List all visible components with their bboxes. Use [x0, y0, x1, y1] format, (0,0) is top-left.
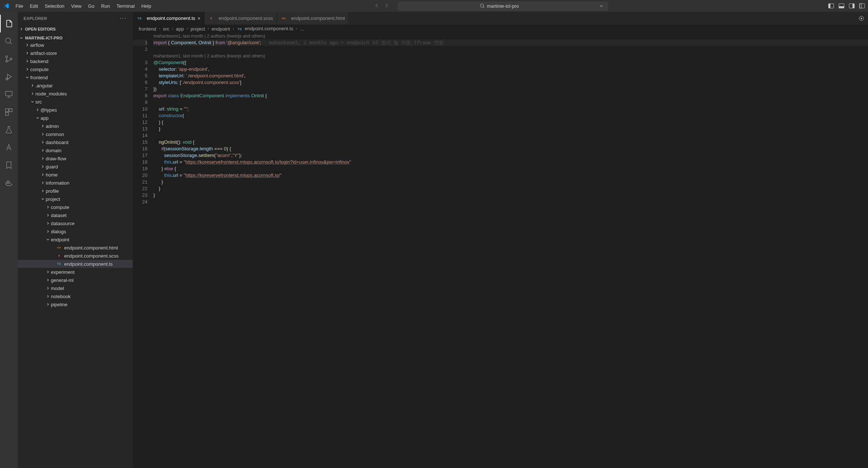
menu-edit[interactable]: Edit: [27, 2, 41, 10]
tree-item[interactable]: TSendpoint.component.ts: [18, 260, 133, 268]
tree-item[interactable]: home: [18, 171, 133, 179]
activity-source-control[interactable]: [0, 50, 18, 68]
code-line[interactable]: export class EndpointComponent implement…: [153, 92, 868, 99]
code-line[interactable]: [153, 199, 868, 205]
code-line[interactable]: ngOnInit(): void {: [153, 139, 868, 146]
tree-item[interactable]: profile: [18, 187, 133, 195]
nav-forward-icon[interactable]: [384, 3, 389, 9]
panel-left-icon[interactable]: [828, 3, 834, 9]
tree-item[interactable]: general-ml: [18, 276, 133, 284]
menu-file[interactable]: File: [13, 2, 26, 10]
tree-item[interactable]: node_modules: [18, 90, 133, 98]
tab-close-icon[interactable]: ×: [198, 15, 201, 21]
tree-item[interactable]: project: [18, 195, 133, 203]
breadcrumb-item[interactable]: src: [163, 26, 169, 32]
sidebar-more-icon[interactable]: ···: [120, 15, 127, 22]
tree-item[interactable]: notebook: [18, 292, 133, 300]
code-line[interactable]: url: string = "";: [153, 106, 868, 112]
code-line[interactable]: styleUrls: ['./endpoint.component.scss']: [153, 79, 868, 86]
open-editors-section[interactable]: OPEN EDITORS: [18, 26, 133, 32]
activity-extensions[interactable]: [0, 103, 18, 121]
codelens[interactable]: mahanbeom1, last month | 2 authors (kwon…: [153, 53, 868, 59]
code-line[interactable]: }: [153, 192, 868, 199]
breadcrumb-item[interactable]: project: [191, 26, 205, 32]
activity-testing[interactable]: [0, 121, 18, 139]
code-line[interactable]: this.url = "https://koreservefrontend.ml…: [153, 172, 868, 179]
codelens[interactable]: mahanbeom1, last month | 2 authors (kwon…: [153, 33, 868, 39]
tree-item[interactable]: common: [18, 130, 133, 138]
code-line[interactable]: if(sessionStorage.length === 0) {: [153, 146, 868, 152]
code-line[interactable]: }): [153, 86, 868, 92]
code-line[interactable]: templateUrl: './endpoint.component.html'…: [153, 73, 868, 79]
tree-item[interactable]: compute: [18, 203, 133, 211]
tree-item[interactable]: airflow: [18, 41, 133, 49]
activity-run-debug[interactable]: [0, 68, 18, 85]
customize-layout-icon[interactable]: [859, 3, 865, 9]
tree-item[interactable]: app: [18, 114, 133, 122]
breadcrumbs[interactable]: frontendsrcappprojectendpointTSendpoint.…: [133, 25, 868, 33]
menu-go[interactable]: Go: [85, 2, 97, 10]
code-content[interactable]: mahanbeom1, last month | 2 authors (kwon…: [153, 33, 868, 468]
tree-item[interactable]: dataset: [18, 211, 133, 219]
code-line[interactable]: ) {: [153, 119, 868, 126]
tree-item[interactable]: information: [18, 179, 133, 187]
tree-item[interactable]: guard: [18, 163, 133, 171]
code-line[interactable]: import { Component, OnInit } from '@angu…: [153, 39, 868, 46]
compare-icon[interactable]: [858, 15, 864, 21]
tree-item[interactable]: artifact-store: [18, 49, 133, 57]
code-line[interactable]: @Component({: [153, 59, 868, 66]
panel-bottom-icon[interactable]: [839, 3, 844, 9]
activity-ai[interactable]: [0, 139, 18, 156]
tree-item[interactable]: .angular: [18, 81, 133, 90]
panel-right-icon[interactable]: [849, 3, 855, 9]
tree-item[interactable]: dashboard: [18, 138, 133, 146]
tree-item[interactable]: admin: [18, 122, 133, 130]
tree-item[interactable]: frontend: [18, 73, 133, 81]
tree-item[interactable]: compute: [18, 65, 133, 73]
code-line[interactable]: } else {: [153, 165, 868, 172]
breadcrumb-item[interactable]: endpoint: [212, 26, 230, 32]
code-line[interactable]: sessionStorage.setItem("acorn","Y");: [153, 152, 868, 159]
activity-bookmark[interactable]: [0, 156, 18, 174]
editor-tab[interactable]: TSendpoint.component.ts×: [133, 12, 205, 25]
project-section[interactable]: MARTINIE-ICT-PRO: [18, 35, 133, 41]
tree-item[interactable]: endpoint: [18, 235, 133, 244]
activity-explorer[interactable]: [0, 15, 18, 32]
code-line[interactable]: }: [153, 185, 868, 192]
breadcrumb-item[interactable]: frontend: [139, 26, 156, 32]
tree-item[interactable]: #endpoint.component.scss: [18, 252, 133, 260]
code-line[interactable]: }: [153, 179, 868, 185]
activity-remote[interactable]: [0, 85, 18, 103]
activity-search[interactable]: [0, 32, 18, 50]
tree-item[interactable]: dialogs: [18, 227, 133, 235]
tree-item[interactable]: domain: [18, 146, 133, 154]
breadcrumb-item[interactable]: ...: [300, 26, 304, 32]
tree-item[interactable]: model: [18, 284, 133, 292]
editor-tab[interactable]: <>endpoint.component.html: [277, 12, 349, 25]
tree-item[interactable]: experiment: [18, 268, 133, 276]
tree-item[interactable]: datasource: [18, 219, 133, 227]
tree-item[interactable]: src: [18, 98, 133, 106]
activity-docker[interactable]: [0, 174, 18, 192]
menu-run[interactable]: Run: [98, 2, 113, 10]
code-editor[interactable]: 123456789101112131415161718192021222324 …: [133, 33, 868, 468]
menu-help[interactable]: Help: [138, 2, 154, 10]
menu-terminal[interactable]: Terminal: [114, 2, 138, 10]
command-search[interactable]: martinie-ict-pro: [398, 2, 608, 10]
code-line[interactable]: [153, 99, 868, 106]
tree-item[interactable]: backend: [18, 57, 133, 65]
tree-item[interactable]: pipeline: [18, 300, 133, 308]
chevron-down-icon[interactable]: [599, 3, 604, 8]
code-line[interactable]: this.url = "https://koreservefrontend.ml…: [153, 159, 868, 165]
menu-view[interactable]: View: [68, 2, 84, 10]
code-line[interactable]: [153, 132, 868, 139]
tree-item[interactable]: <>endpoint.component.html: [18, 244, 133, 252]
nav-back-icon[interactable]: [374, 3, 379, 9]
menu-selection[interactable]: Selection: [42, 2, 67, 10]
tree-item[interactable]: draw-flow: [18, 154, 133, 163]
code-line[interactable]: constructor(: [153, 112, 868, 119]
editor-tab[interactable]: #endpoint.component.scss: [205, 12, 277, 25]
code-line[interactable]: }: [153, 126, 868, 132]
code-line[interactable]: selector: 'app-endpoint',: [153, 66, 868, 73]
code-line[interactable]: [153, 46, 868, 53]
